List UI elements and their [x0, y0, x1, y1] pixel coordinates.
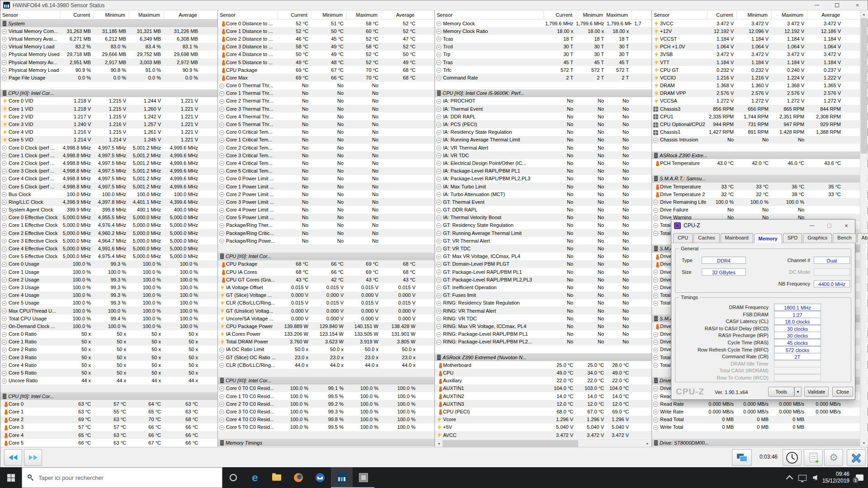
- cpuz-tab-memory[interactable]: Memory: [754, 234, 782, 243]
- section-row[interactable]: CPU [#0]: Intel Cor...: [218, 377, 434, 385]
- section-row[interactable]: Drive: ST8000DM00...: [652, 439, 868, 446]
- notification-center-icon[interactable]: 1: [856, 474, 863, 481]
- taskbar-item-cpuz[interactable]: [353, 467, 374, 488]
- cpuz-close-button[interactable]: ×: [838, 220, 855, 231]
- cpuz-tab-graphics[interactable]: Graphics: [803, 233, 832, 243]
- taskbar-search[interactable]: Taper ici pour rechercher: [22, 467, 222, 488]
- sensor-row[interactable]: RING: Residency State RegulationNoNoNo: [435, 299, 651, 307]
- column-header-average[interactable]: Average: [632, 10, 651, 19]
- sensor-row[interactable]: VCCIO1.216 V1.216 V1.224 V1.222 V: [652, 74, 868, 81]
- sensor-row[interactable]: Core 5 Clock (perf ...4,998.8 MHz4,997.5…: [0, 183, 217, 190]
- sensor-row[interactable]: Trfc572 T572 T572 T: [435, 66, 651, 74]
- sensor-row[interactable]: Core 2 Ratio50 x50 x50 x50 x: [0, 346, 217, 353]
- sensor-row[interactable]: Write Total0 MB0 MB0 MB: [652, 423, 868, 431]
- sensor-row[interactable]: Package/Ring Powe...NoNoNo: [218, 237, 434, 244]
- cpuz-tab-about[interactable]: About: [857, 233, 868, 243]
- sensor-row[interactable]: Core 3 Critical Tem...NoNoNo: [218, 151, 434, 159]
- logging-button[interactable]: [804, 449, 823, 466]
- column-header-minimum[interactable]: Minimum: [311, 10, 346, 19]
- close-sensors-button[interactable]: [847, 449, 866, 466]
- column-header-maximum[interactable]: Maximum: [771, 10, 807, 19]
- sensor-row[interactable]: Core 0 Power Limit ...NoNoNo: [218, 175, 434, 183]
- sensor-row[interactable]: Core 0 Ratio50 x50 x50 x50 x: [0, 330, 217, 338]
- cpuz-minimize-button[interactable]: [803, 220, 821, 231]
- clock-button[interactable]: [783, 449, 802, 466]
- sensor-row[interactable]: Core 2 Thermal Thr...NoNoNo: [218, 97, 434, 105]
- sensor-row[interactable]: Core Max69 °C66 °C70 °C68 °C: [218, 74, 434, 81]
- sensor-row[interactable]: Chassis11,427 RPM891 RPM1,428 RPM1,388 R…: [652, 128, 868, 136]
- back-button[interactable]: [4, 449, 22, 466]
- sensor-row[interactable]: Core 4 Clock (perf ...4,998.8 MHz4,997.5…: [0, 175, 217, 183]
- sensor-row[interactable]: Core 5 Effective Clock5,000.0 MHz4,975.4…: [0, 253, 217, 260]
- column-header-current[interactable]: Current: [278, 10, 311, 19]
- sensor-row[interactable]: GT: Fuses limitNoNoNo: [435, 291, 651, 299]
- sensor-row[interactable]: Core 0 VID1.218 V1.215 V1.244 V1.221 V: [0, 97, 217, 105]
- sensor-row[interactable]: Core 3 Effective Clock5,000.0 MHz4,964.7…: [0, 237, 217, 244]
- cpuz-tab-spd[interactable]: SPD: [783, 233, 802, 243]
- sensor-row[interactable]: Core 2 Distance to ...46 °C45 °C52 °C47 …: [218, 35, 434, 42]
- column-header-current[interactable]: Current: [60, 10, 94, 19]
- sensor-row[interactable]: Core 4 Usage100.0 %99.3 %100.0 %100.0 %: [0, 291, 217, 299]
- sensor-row[interactable]: Core 4 Critical Tem...NoNoNo: [218, 159, 434, 167]
- sensor-row[interactable]: Core 5 Ratio50 x50 x50 x50 x: [0, 369, 217, 376]
- minimize-button[interactable]: [807, 0, 827, 10]
- scroll-down-icon[interactable]: ▼: [860, 439, 868, 447]
- scroll-left-icon[interactable]: ◄: [435, 440, 443, 447]
- column-header-maximum[interactable]: Maximum: [607, 10, 632, 19]
- sensor-row[interactable]: Read Total0 MB0 MB0 MB: [652, 416, 868, 423]
- section-row[interactable]: ASRock Z390 Extreme4 (Nuvoton N...: [435, 353, 651, 361]
- column-header-sensor[interactable]: Sensor: [435, 12, 543, 18]
- sensor-row[interactable]: Write Rate0.000 MB/s0.000 MB/s0.000 MB/s…: [652, 408, 868, 415]
- sensor-row[interactable]: IA Voltage Offset0.015 V0.015 V0.015 V0.…: [218, 283, 434, 291]
- section-row[interactable]: CPU [#0]: Intel Cor...: [0, 89, 217, 97]
- sensor-row[interactable]: Command Rate2 T2 T2 T: [435, 74, 651, 81]
- sensor-row[interactable]: Core 3 Usage100.0 %99.3 %100.0 %100.0 %: [0, 283, 217, 291]
- cpuz-close-action-button[interactable]: Close: [832, 387, 853, 397]
- sensor-row[interactable]: Core 2 Effective Clock5,000.0 MHz4,960.2…: [0, 229, 217, 237]
- sensor-row[interactable]: Chassis IntrusionNoNoNo: [652, 136, 868, 144]
- sensor-row[interactable]: Core 063 °C57 °C64 °C63 °C: [0, 400, 217, 408]
- sensor-row[interactable]: IA: VR TDCNoNoNo: [435, 151, 651, 159]
- sensor-row[interactable]: VCCST1.184 V1.184 V1.184 V1.184 V: [652, 35, 868, 42]
- validate-button[interactable]: Validate: [804, 387, 829, 397]
- sensor-row[interactable]: Tras45 T45 T45 T: [435, 58, 651, 66]
- cpuz-maximize-button[interactable]: [821, 220, 838, 231]
- sensor-row[interactable]: Core 0 Critical Tem...NoNoNo: [218, 128, 434, 136]
- horizontal-scrollbar[interactable]: ◄ ►: [435, 439, 651, 447]
- sensor-row[interactable]: Core 4 T0 C0 Resid...100.0 %99.8 %100.0 …: [218, 416, 434, 423]
- sensor-row[interactable]: Core 5 VID1.214 V1.214 V1.245 V1.221 V: [0, 136, 217, 144]
- sensor-row[interactable]: Core 1 Ratio50 x50 x50 x50 x: [0, 338, 217, 346]
- sensor-row[interactable]: PCH +1.0V1.064 V1.064 V1.064 V1.064 V: [652, 43, 868, 51]
- taskbar-item-firefox[interactable]: [288, 467, 309, 488]
- column-header-sensor[interactable]: Sensor: [652, 12, 707, 18]
- sensor-row[interactable]: Core 1 T0 C0 Resid...100.0 %99.5 %100.0 …: [218, 392, 434, 400]
- sensor-row[interactable]: Core 4 Power Limit ...NoNoNo: [218, 206, 434, 214]
- taskbar-item-mail[interactable]: [309, 467, 331, 488]
- sensor-row[interactable]: IA Cores Power133.206 W123.154 W133.505 …: [218, 330, 434, 338]
- sensor-row[interactable]: RING: Package-Level RAPL/PBM PL2...NoNoN…: [435, 338, 651, 346]
- hidden-icons-chevron-icon[interactable]: [786, 475, 793, 482]
- sensor-row[interactable]: AVCC3.472 V3.472 V3.472 V: [435, 431, 651, 439]
- forward-button[interactable]: [24, 449, 42, 466]
- close-button[interactable]: ×: [847, 0, 868, 10]
- sensor-row[interactable]: RING: Package-Level RAPL/PBM PL1NoNoNo: [435, 330, 651, 338]
- sensor-row[interactable]: GT: Domain-Level PBM PLGTNoNoNo: [435, 260, 651, 268]
- sensor-row[interactable]: Physical Memory Av...2,951 MB2,917 MB3,0…: [0, 58, 217, 66]
- sensor-row[interactable]: Package/Ring Critic...NoNoNo: [218, 229, 434, 237]
- column-header-maximum[interactable]: Maximum: [129, 10, 164, 19]
- taskbar-item-edge[interactable]: [244, 467, 266, 488]
- sensor-row[interactable]: IA: PROCHOTNoNoNo: [435, 97, 651, 105]
- sensor-row[interactable]: 3VSB3.472 V3.472 V3.472 V3.472 V: [652, 51, 868, 58]
- sensor-row[interactable]: Core 0 Effective Clock5,000.0 MHz4,955.5…: [0, 214, 217, 221]
- sensor-row[interactable]: AUXTIN214.0 °C14.0 °C14.0 °C: [435, 392, 651, 400]
- column-header-maximum[interactable]: Maximum: [346, 10, 381, 19]
- sensor-row[interactable]: Core 2 Power Limit ...NoNoNo: [218, 190, 434, 198]
- column-header-average[interactable]: Average: [381, 10, 418, 19]
- sensor-row[interactable]: Core 3 Clock (perf ...4,998.8 MHz4,997.5…: [0, 167, 217, 175]
- sensor-row[interactable]: GT (Unslice) Voltag...0.000 V0.000 V0.00…: [218, 307, 434, 314]
- sensor-row[interactable]: CPU GT Cores (Gra...43 °C42 °C43 °C43 °C: [218, 276, 434, 283]
- sensor-row[interactable]: Core 0 Usage100.0 %99.3 %100.0 %100.0 %: [0, 260, 217, 268]
- taskbar-item-cortana[interactable]: [222, 467, 244, 488]
- horizontal-scroll-thumb[interactable]: [443, 440, 578, 447]
- sensor-row[interactable]: On-Demand Clock ...100.0 %100.0 %100.0 %…: [0, 322, 217, 330]
